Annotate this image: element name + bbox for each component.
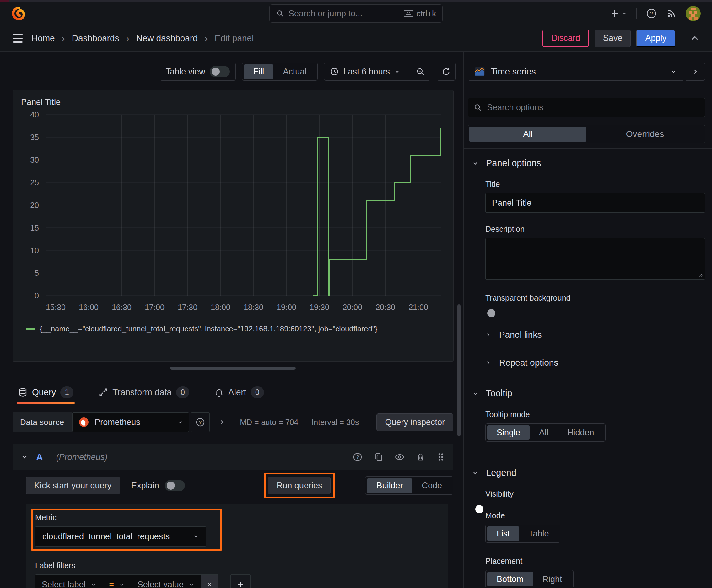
panel-title-input[interactable] (486, 193, 705, 213)
panel-view-toolbar: Table view Fill Actual Last 6 hours (13, 63, 455, 81)
tooltip-hidden-option[interactable]: Hidden (558, 425, 604, 440)
chevron-down-icon (472, 391, 478, 397)
operator-dropdown[interactable]: = (103, 575, 131, 588)
metric-select[interactable]: cloudflared_tunnel_total_requests (35, 526, 206, 547)
time-range-label: Last 6 hours (343, 67, 390, 77)
breadcrumb-home[interactable]: Home (31, 33, 55, 43)
tab-alert[interactable]: Alert 0 (213, 380, 265, 404)
builder-option[interactable]: Builder (367, 478, 412, 493)
tooltip-single-option[interactable]: Single (487, 425, 530, 440)
query-help-button[interactable]: ? (352, 452, 363, 462)
datasource-help-button[interactable]: ? (191, 413, 210, 432)
apply-button[interactable]: Apply (637, 29, 675, 47)
datasource-picker[interactable]: Prometheus (72, 413, 189, 432)
select-value-placeholder: Select value (137, 580, 184, 588)
panel-links-section[interactable]: Panel links (468, 321, 705, 349)
grafana-edit-panel-page: Search or jump to... ctrl+k (0, 0, 712, 588)
news-button[interactable] (666, 8, 676, 19)
database-icon (18, 387, 28, 397)
tooltip-all-option[interactable]: All (530, 425, 558, 440)
options-tab-overrides[interactable]: Overrides (586, 127, 704, 142)
repeat-options-section[interactable]: Repeat options (468, 349, 705, 377)
chevron-down-icon (189, 582, 194, 587)
help-circle-icon: ? (195, 417, 205, 427)
toggle-query-visibility-button[interactable] (395, 452, 405, 462)
options-search-input[interactable] (487, 103, 699, 112)
tab-transform-label: Transform data (112, 387, 172, 397)
breadcrumb-current: Edit panel (215, 33, 254, 43)
global-search-input[interactable]: Search or jump to... ctrl+k (269, 4, 443, 23)
label-filter-row: Select label = (35, 574, 439, 588)
options-search[interactable] (468, 98, 705, 117)
plus-icon (236, 581, 244, 588)
operator-value: = (109, 580, 114, 588)
legend-list-option[interactable]: List (487, 526, 519, 541)
select-label-dropdown[interactable]: Select label (36, 575, 103, 588)
drag-handle[interactable] (437, 452, 445, 462)
y-tick-label: 10 (30, 246, 39, 255)
options-tab-all[interactable]: All (469, 127, 586, 142)
fill-actual-group: Fill Actual (242, 63, 318, 81)
duplicate-query-button[interactable] (374, 452, 383, 462)
builder-code-group: Builder Code (365, 477, 453, 495)
grafana-logo-icon[interactable] (11, 6, 26, 21)
visualization-picker[interactable]: Time series (468, 63, 683, 81)
legend-series-swatch[interactable] (26, 328, 36, 331)
chevron-up-icon[interactable] (690, 34, 699, 43)
viz-suggestions-button[interactable] (686, 63, 705, 81)
query-row-header[interactable]: A (Prometheus) ? (13, 444, 453, 470)
zoom-out-button[interactable] (410, 63, 430, 80)
time-range-button[interactable]: Last 6 hours (324, 67, 406, 77)
legend-series-label[interactable]: {__name__="cloudflared_tunnel_total_requ… (40, 324, 377, 333)
panel-options-fields: Title Description Transparent background (468, 180, 705, 302)
metric-value: cloudflared_tunnel_total_requests (42, 532, 193, 542)
main-scrollbar-thumb[interactable] (457, 304, 460, 436)
run-queries-annotation: Run queries (268, 477, 331, 495)
pane-resize-handle[interactable] (170, 366, 296, 370)
remove-filter-button[interactable] (201, 575, 218, 588)
legend-table-option[interactable]: Table (519, 526, 559, 541)
delete-query-button[interactable] (416, 452, 425, 462)
time-series-chart[interactable]: 051015202530354015:3016:0016:3017:0017:3… (19, 107, 448, 324)
x-tick-label: 16:30 (112, 303, 132, 312)
tab-alert-label: Alert (228, 387, 246, 397)
tab-transform-data[interactable]: Transform data 0 (97, 380, 191, 404)
save-button[interactable]: Save (595, 29, 631, 47)
user-avatar[interactable] (686, 6, 701, 21)
actual-option[interactable]: Actual (274, 64, 316, 79)
discard-button[interactable]: Discard (542, 29, 589, 47)
placement-right-option[interactable]: Right (533, 572, 572, 586)
refresh-button[interactable] (437, 63, 455, 81)
tooltip-section-header[interactable]: Tooltip (468, 377, 705, 400)
breadcrumb-dashboards[interactable]: Dashboards (72, 33, 119, 43)
breadcrumb-new-dashboard[interactable]: New dashboard (136, 33, 198, 43)
panel-options-header[interactable]: Panel options (468, 149, 705, 170)
x-tick-label: 18:00 (211, 303, 231, 312)
explain-toggle[interactable] (165, 480, 185, 491)
search-placeholder: Search or jump to... (288, 9, 399, 19)
kick-start-query-button[interactable]: Kick start your query (26, 477, 120, 495)
window-chrome-strip (0, 0, 712, 2)
code-option[interactable]: Code (412, 478, 451, 493)
mega-menu-toggle[interactable] (13, 34, 23, 43)
table-view-toggle[interactable] (210, 66, 230, 77)
bell-icon (214, 387, 224, 397)
transparent-background-label: Transparent background (486, 293, 705, 302)
chevron-down-icon[interactable] (21, 454, 28, 460)
help-button[interactable]: ? (646, 8, 657, 19)
legend-section-header[interactable]: Legend (468, 456, 705, 480)
query-inspector-button[interactable]: Query inspector (376, 413, 453, 431)
placement-bottom-option[interactable]: Bottom (487, 572, 533, 586)
add-filter-button[interactable] (231, 574, 251, 588)
new-menu-button[interactable] (610, 9, 627, 18)
help-icon: ? (646, 8, 657, 19)
run-queries-button[interactable]: Run queries (268, 477, 331, 495)
top-nav: Search or jump to... ctrl+k (0, 2, 712, 25)
description-textarea[interactable] (486, 238, 705, 279)
chevron-right-icon[interactable] (218, 419, 225, 426)
fill-option[interactable]: Fill (244, 64, 274, 79)
y-tick-label: 25 (30, 178, 39, 187)
select-value-dropdown[interactable]: Select value (131, 575, 201, 588)
tab-query[interactable]: Query 1 (17, 380, 75, 404)
breadcrumb-bar: Home › Dashboards › New dashboard › Edit… (0, 25, 712, 51)
